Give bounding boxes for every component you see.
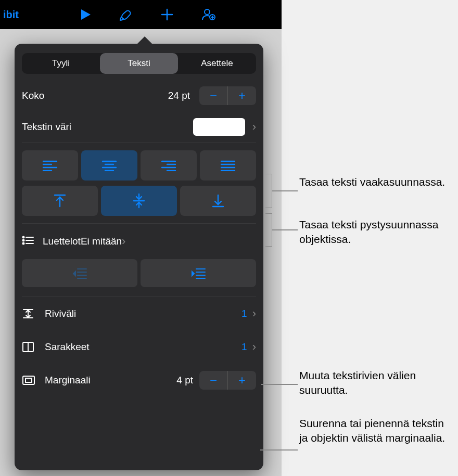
play-icon[interactable] bbox=[80, 8, 92, 21]
outdent-button[interactable] bbox=[22, 259, 137, 287]
callout-connector bbox=[272, 229, 298, 230]
text-color-label: Tekstin väri bbox=[22, 121, 193, 133]
font-size-decrease-button[interactable]: − bbox=[199, 86, 227, 105]
font-size-label: Koko bbox=[22, 90, 168, 101]
vertical-align-group bbox=[22, 186, 256, 216]
chevron-right-icon: › bbox=[122, 235, 125, 248]
format-tabs: Tyyli Teksti Asettele bbox=[22, 53, 256, 74]
callout-connector bbox=[272, 190, 298, 191]
popover-arrow bbox=[136, 36, 153, 45]
margin-label: Marginaali bbox=[45, 375, 176, 386]
font-size-increase-button[interactable]: + bbox=[228, 86, 256, 105]
align-left-button[interactable] bbox=[22, 150, 78, 181]
font-size-value: 24 pt bbox=[168, 90, 190, 101]
callout-valign: Tasaa teksti pystysuunnassa objektissa. bbox=[299, 217, 450, 247]
margin-stepper: − + bbox=[199, 371, 256, 390]
align-right-button[interactable] bbox=[141, 150, 197, 181]
columns-label: Sarakkeet bbox=[45, 341, 241, 353]
add-icon[interactable] bbox=[160, 8, 174, 21]
lists-row[interactable]: Luettelot Ei mitään › bbox=[22, 229, 256, 254]
margin-icon bbox=[22, 375, 45, 385]
align-center-button[interactable] bbox=[81, 150, 137, 181]
svg-point-27 bbox=[23, 239, 24, 241]
chevron-right-icon: › bbox=[252, 307, 256, 320]
valign-middle-button[interactable] bbox=[101, 186, 177, 216]
format-brush-icon[interactable] bbox=[119, 7, 133, 22]
indent-group bbox=[22, 259, 256, 287]
margin-decrease-button[interactable]: − bbox=[199, 371, 227, 390]
align-justify-button[interactable] bbox=[200, 150, 256, 181]
format-popover: Tyyli Teksti Asettele Koko 24 pt − + Tek… bbox=[15, 44, 263, 470]
app-toolbar: ibit bbox=[0, 0, 282, 29]
columns-value: 1 bbox=[241, 341, 247, 353]
svg-rect-44 bbox=[23, 376, 34, 384]
collaborate-icon[interactable] bbox=[201, 7, 215, 22]
lists-label: Luettelot bbox=[43, 236, 81, 247]
line-spacing-label: Riviväli bbox=[45, 308, 241, 319]
svg-point-0 bbox=[205, 9, 210, 15]
list-icon bbox=[22, 236, 43, 248]
font-size-row: Koko 24 pt − + bbox=[22, 80, 256, 111]
callout-connector bbox=[261, 384, 298, 385]
font-size-stepper: − + bbox=[199, 86, 256, 105]
back-button-label[interactable]: ibit bbox=[0, 9, 19, 21]
chevron-right-icon: › bbox=[252, 120, 256, 134]
margin-row: Marginaali 4 pt − + bbox=[22, 364, 256, 397]
svg-point-25 bbox=[23, 236, 24, 238]
tab-style[interactable]: Tyyli bbox=[22, 53, 100, 74]
callout-connector bbox=[260, 449, 298, 451]
lists-value: Ei mitään bbox=[81, 236, 122, 247]
valign-top-button[interactable] bbox=[22, 186, 98, 216]
svg-point-29 bbox=[23, 242, 24, 244]
text-color-row[interactable]: Tekstin väri › bbox=[22, 111, 256, 143]
margin-value: 4 pt bbox=[176, 375, 193, 386]
line-spacing-row[interactable]: Riviväli 1 › bbox=[22, 297, 256, 330]
callout-spacing: Muuta tekstirivien välien suuruutta. bbox=[299, 368, 450, 398]
tab-layout[interactable]: Asettele bbox=[178, 53, 256, 74]
callout-margin: Suurenna tai pienennä tekstin ja objekti… bbox=[299, 416, 455, 446]
valign-bottom-button[interactable] bbox=[180, 186, 256, 216]
line-spacing-value: 1 bbox=[241, 308, 247, 319]
margin-increase-button[interactable]: + bbox=[228, 371, 256, 390]
callout-halign: Tasaa teksti vaakasuunnassa. bbox=[299, 175, 445, 189]
chevron-right-icon: › bbox=[252, 340, 256, 354]
indent-button[interactable] bbox=[141, 259, 256, 287]
line-spacing-icon bbox=[22, 307, 45, 320]
columns-row[interactable]: Sarakkeet 1 › bbox=[22, 330, 256, 364]
text-color-swatch[interactable] bbox=[193, 118, 245, 136]
columns-icon bbox=[22, 341, 45, 353]
svg-rect-45 bbox=[26, 378, 32, 382]
tab-text[interactable]: Teksti bbox=[100, 53, 178, 74]
horizontal-align-group bbox=[22, 150, 256, 181]
